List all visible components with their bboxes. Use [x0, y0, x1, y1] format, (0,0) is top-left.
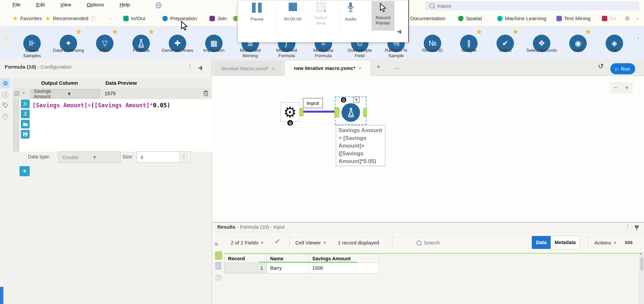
results-search-input[interactable]	[423, 237, 509, 248]
tool-select-records[interactable]: ›✥›Select Records	[523, 27, 560, 60]
menu-options[interactable]: Options	[87, 2, 104, 7]
new-tab-button[interactable]: +	[377, 63, 380, 71]
cell-viewer-dropdown[interactable]: Cell Viewer ▼	[295, 240, 326, 245]
mic-icon[interactable]	[346, 2, 355, 14]
connection-anchor-icon[interactable]	[215, 252, 222, 260]
category-recommended[interactable]: ★Recommendedi	[45, 11, 96, 26]
tool-tile[interactable]: ›◈›Tile	[596, 27, 633, 60]
tool-select[interactable]: ›✔›★Select	[487, 27, 523, 60]
tag-icon[interactable]	[2, 102, 8, 108]
help-icon[interactable]: ?	[2, 114, 8, 119]
gear-icon[interactable]: ⚙	[625, 15, 630, 22]
config-gear-tab[interactable]: ⚙	[1, 78, 10, 88]
table-cell[interactable]: 1	[225, 263, 267, 273]
category-text-mining[interactable]: Text Mining	[556, 11, 590, 26]
tool-data-cleansing[interactable]: ›✦›★Data Cleansing	[50, 27, 87, 60]
scroll-up-icon[interactable]: ▾	[640, 252, 642, 256]
input-connection-label[interactable]: Input	[303, 98, 323, 108]
tool-sort[interactable]: ›◉›★Sort	[560, 27, 596, 60]
table-cell[interactable]: Barry	[267, 263, 309, 273]
trash-icon[interactable]	[203, 90, 208, 97]
audio-label[interactable]: Audio	[339, 16, 362, 22]
category-favorites[interactable]: ★Favorites	[12, 11, 42, 26]
input-anchor[interactable]	[334, 107, 339, 117]
data-button[interactable]: Data	[532, 236, 551, 249]
variables-button[interactable]: X	[21, 110, 30, 118]
palette-scroll-right[interactable]: ›	[635, 29, 642, 47]
tab-iterative-macro[interactable]: Iterative Macro.yxmd* ×	[214, 61, 283, 76]
output-anchor[interactable]	[300, 108, 303, 116]
close-icon[interactable]: ×	[359, 65, 362, 71]
scroll-left-icon[interactable]: ‹	[109, 15, 111, 21]
table-cell[interactable]: 1500	[309, 263, 379, 273]
category-documentation[interactable]: Documentation	[410, 11, 445, 26]
pin-icon[interactable]	[634, 225, 640, 230]
pause-icon[interactable]	[258, 3, 262, 13]
formula-expression[interactable]: [Savings Amount]+([Savings Amount]*0.05)	[32, 102, 170, 109]
globe-icon[interactable]	[155, 2, 162, 9]
open-folder-button[interactable]	[21, 120, 30, 128]
tool-filter[interactable]: ›▽›★Filter	[87, 27, 123, 60]
pause-icon[interactable]	[252, 3, 256, 13]
output-column-dropdown[interactable]: Savings Amount ▼	[30, 89, 100, 98]
size-stepper[interactable]: ▲▼	[179, 152, 189, 162]
macro-input-tool[interactable]: ⚙	[280, 102, 300, 122]
scrollbar-thumb[interactable]	[640, 258, 643, 270]
category-join[interactable]: Join	[210, 11, 227, 26]
global-search-box[interactable]: macro	[425, 1, 639, 10]
apply-check-icon[interactable]: ✔	[275, 237, 281, 246]
navigate-icon[interactable]: ↗	[2, 92, 8, 98]
menu-edit[interactable]: Edit	[36, 2, 45, 7]
tool-formula[interactable]: ››★Formula	[123, 27, 159, 60]
tool-create-samples[interactable]: ›⊪›Create Samples	[14, 27, 50, 60]
list-menu-icon[interactable]: ≡	[215, 241, 218, 248]
kebab-menu-icon[interactable]: ⋮	[188, 65, 193, 67]
table-row[interactable]: 1Barry1500	[225, 263, 379, 273]
tool-generate-rows[interactable]: ›✚›Generate Rows	[159, 27, 196, 60]
stop-icon[interactable]	[289, 3, 297, 11]
tab-new-iterative-macro[interactable]: new iterative macro.yxmc* ×	[285, 60, 371, 76]
pause-label[interactable]: Pause	[245, 16, 269, 22]
menu-file[interactable]: File	[12, 2, 21, 7]
fields-dropdown[interactable]: 2 of 2 Fields ▼	[231, 240, 264, 245]
connection-wire[interactable]	[303, 111, 335, 113]
menu-view[interactable]: View	[60, 2, 71, 7]
run-button[interactable]: ▷ Run	[610, 63, 635, 74]
tool-imputation[interactable]: ›▦›Imputation	[196, 27, 232, 60]
kebab-menu-icon[interactable]: ⋮	[625, 225, 630, 227]
palette-scroll-left[interactable]: ‹	[2, 29, 11, 47]
category-preparation[interactable]: Preparation	[162, 11, 197, 26]
zoom-in-button[interactable]: +	[625, 84, 629, 91]
tab-overflow-button[interactable]: …	[393, 63, 400, 71]
category-spatial[interactable]: Spatial	[458, 11, 482, 26]
zoom-out-button[interactable]: −	[613, 84, 617, 91]
drag-handle-icon[interactable]	[14, 91, 20, 96]
metadata-button[interactable]: Metadata	[551, 236, 580, 249]
page-icon[interactable]	[216, 262, 221, 269]
category-machine-learning[interactable]: Machine Learning	[497, 11, 546, 26]
data-type-dropdown[interactable]: Double ▼	[58, 151, 121, 163]
category-in-out[interactable]: In/Out	[123, 11, 145, 26]
chevron-down-icon[interactable]: ⌄	[22, 89, 26, 95]
scroll-right-icon[interactable]: ›	[637, 15, 638, 21]
formula-tool-node[interactable]	[342, 103, 360, 122]
add-column-button[interactable]: +	[20, 166, 30, 176]
actions-dropdown[interactable]: Actions ▼	[594, 240, 616, 245]
record-pointer-button[interactable]: Record Pointer	[372, 1, 394, 31]
category-co[interactable]: Co	[602, 11, 616, 26]
help-icon[interactable]: ?	[216, 275, 221, 280]
more-options-icon[interactable]: 000	[625, 240, 633, 245]
workflow-canvas[interactable]: − + ⚙ Q Input Q ϟ Savings Amount = [Savi…	[212, 76, 644, 222]
output-anchor[interactable]	[363, 108, 367, 117]
pin-icon[interactable]	[397, 29, 402, 35]
functions-button[interactable]: fx	[21, 100, 30, 108]
pin-icon[interactable]	[198, 66, 203, 71]
tool-sample[interactable]: ›∥›★Sample	[451, 27, 487, 60]
menu-help[interactable]: Help	[120, 2, 130, 7]
close-icon[interactable]: ×	[272, 66, 275, 71]
save-button[interactable]	[21, 130, 30, 139]
tool-record-id[interactable]: ›№›Record ID	[414, 27, 451, 60]
results-scrollbar[interactable]: ▾	[639, 252, 644, 304]
tool-annotation[interactable]: Savings Amount = [Savings Amount]+ ([Sav…	[336, 125, 385, 166]
history-icon[interactable]: ↺	[598, 62, 604, 70]
